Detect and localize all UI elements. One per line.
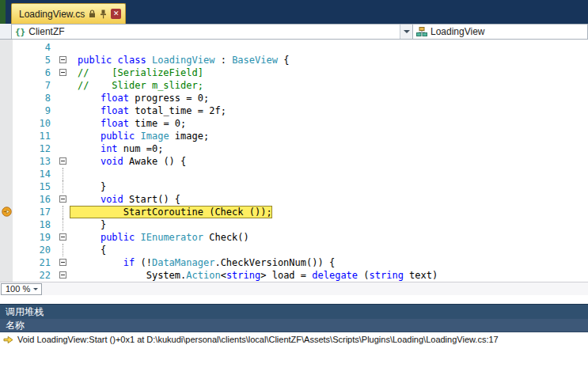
code-line-5[interactable]: 5public class LoadingView : BaseView { xyxy=(0,54,588,66)
fold-toggle[interactable] xyxy=(57,66,70,79)
line-number: 22 xyxy=(13,269,57,282)
code-text: // Slider m_slider; xyxy=(70,79,203,92)
line-number: 7 xyxy=(13,79,57,92)
collapse-icon[interactable] xyxy=(59,69,66,76)
collapse-icon[interactable] xyxy=(59,271,66,279)
fold-margin xyxy=(57,206,70,218)
line-number: 8 xyxy=(13,92,57,104)
code-line-14[interactable]: 14 xyxy=(0,168,588,180)
line-number: 21 xyxy=(13,256,57,269)
code-line-19[interactable]: 19 public IEnumerator Check() xyxy=(0,231,588,244)
chevron-down-icon xyxy=(30,284,41,294)
code-line-7[interactable]: 7// Slider m_slider; xyxy=(0,79,588,92)
code-line-8[interactable]: 8 float progress = 0; xyxy=(0,92,588,104)
code-text xyxy=(70,41,78,54)
chevron-down-icon[interactable] xyxy=(400,25,412,39)
code-text: int num =0; xyxy=(70,142,163,155)
callstack-title: 调用堆栈 xyxy=(0,305,588,319)
line-number: 18 xyxy=(13,218,57,231)
code-line-16[interactable]: 16 void Start() { xyxy=(0,193,588,206)
type-dropdown-value: LoadingView xyxy=(427,26,488,37)
collapse-icon[interactable] xyxy=(59,157,66,165)
namespace-icon: {} xyxy=(12,27,25,37)
code-line-10[interactable]: 10 float time = 0; xyxy=(0,117,588,130)
zoom-control[interactable]: 100 % xyxy=(1,283,42,295)
collapse-icon[interactable] xyxy=(59,195,66,203)
fold-toggle[interactable] xyxy=(57,193,70,206)
fold-margin xyxy=(57,244,70,256)
frame-text: Void LoadingView:Start ()+0x1 at D:\kuku… xyxy=(17,335,499,344)
code-text: void Awake () { xyxy=(70,155,186,168)
code-text: float progress = 0; xyxy=(70,92,209,104)
fold-margin xyxy=(57,218,70,231)
fold-margin xyxy=(57,104,70,117)
collapse-icon[interactable] xyxy=(59,56,66,63)
type-dropdown[interactable]: LoadingView xyxy=(413,24,588,40)
tab-title: LoadingView.cs xyxy=(19,9,85,20)
code-line-6[interactable]: 6// [SerializeField] xyxy=(0,66,588,79)
code-text: } xyxy=(70,180,106,193)
fold-margin xyxy=(57,92,70,104)
callstack-column-name[interactable]: 名称 xyxy=(0,319,588,332)
code-line-9[interactable]: 9 float total_time = 2f; xyxy=(0,104,588,117)
code-line-15[interactable]: 15 } xyxy=(0,180,588,193)
fold-margin xyxy=(57,117,70,130)
code-line-20[interactable]: 20 { xyxy=(0,244,588,256)
code-line-17[interactable]: 17 StartCoroutine (Check ()); xyxy=(0,206,588,218)
fold-toggle[interactable] xyxy=(57,54,70,66)
code-line-13[interactable]: 13 void Awake () { xyxy=(0,155,588,168)
line-number: 17 xyxy=(13,206,57,218)
editor-status-row: 100 % xyxy=(0,282,588,295)
fold-toggle[interactable] xyxy=(57,269,70,282)
callstack-frame[interactable]: Void LoadingView:Start ()+0x1 at D:\kuku… xyxy=(0,332,588,347)
class-icon xyxy=(413,27,427,36)
line-number: 10 xyxy=(13,117,57,130)
line-number: 14 xyxy=(13,168,57,180)
code-editor[interactable]: 45public class LoadingView : BaseView {6… xyxy=(0,40,588,282)
fold-toggle[interactable] xyxy=(57,231,70,244)
navigation-bar: {} ClientZF LoadingView xyxy=(0,24,588,40)
current-statement-icon xyxy=(2,207,12,217)
line-number: 16 xyxy=(13,193,57,206)
line-number: 13 xyxy=(13,155,57,168)
code-text: } xyxy=(70,218,106,231)
project-dropdown-value: ClientZF xyxy=(25,26,67,37)
code-line-22[interactable]: 22 System.Action<string> load = delegate… xyxy=(0,269,588,282)
fold-toggle[interactable] xyxy=(57,256,70,269)
current-frame-arrow-icon xyxy=(3,335,13,344)
project-dropdown[interactable]: {} ClientZF xyxy=(11,24,413,40)
code-lines: 45public class LoadingView : BaseView {6… xyxy=(0,40,588,282)
code-text: void Start() { xyxy=(70,193,180,206)
callstack-panel: 调用堆栈 名称 Void LoadingView:Start ()+0x1 at… xyxy=(0,304,588,379)
collapse-icon[interactable] xyxy=(59,233,66,241)
code-line-11[interactable]: 11 public Image image; xyxy=(0,130,588,142)
code-text: public Image image; xyxy=(70,130,209,142)
left-edge-accent xyxy=(0,0,6,24)
code-line-4[interactable]: 4 xyxy=(0,41,588,54)
fold-margin xyxy=(57,168,70,180)
tab-strip: LoadingView.cs ✕ xyxy=(0,0,588,24)
code-line-18[interactable]: 18 } xyxy=(0,218,588,231)
fold-margin xyxy=(57,180,70,193)
fold-margin xyxy=(57,142,70,155)
fold-margin xyxy=(57,41,70,54)
document-tab[interactable]: LoadingView.cs ✕ xyxy=(11,3,126,24)
callstack-body xyxy=(0,347,588,379)
line-number: 4 xyxy=(13,41,57,54)
line-number: 5 xyxy=(13,54,57,66)
line-number: 20 xyxy=(13,244,57,256)
fold-toggle[interactable] xyxy=(57,155,70,168)
line-number: 12 xyxy=(13,142,57,155)
pin-icon[interactable] xyxy=(100,9,107,19)
line-number: 11 xyxy=(13,130,57,142)
line-number: 15 xyxy=(13,180,57,193)
code-line-12[interactable]: 12 int num =0; xyxy=(0,142,588,155)
line-number: 6 xyxy=(13,66,57,79)
code-text xyxy=(70,168,78,180)
code-text: // [SerializeField] xyxy=(70,66,203,79)
fold-margin xyxy=(57,79,70,92)
collapse-icon[interactable] xyxy=(59,259,66,266)
close-icon[interactable]: ✕ xyxy=(111,9,121,19)
code-text: public IEnumerator Check() xyxy=(70,231,249,244)
code-line-21[interactable]: 21 if (!DataManager.CheckVersionNum()) { xyxy=(0,256,588,269)
